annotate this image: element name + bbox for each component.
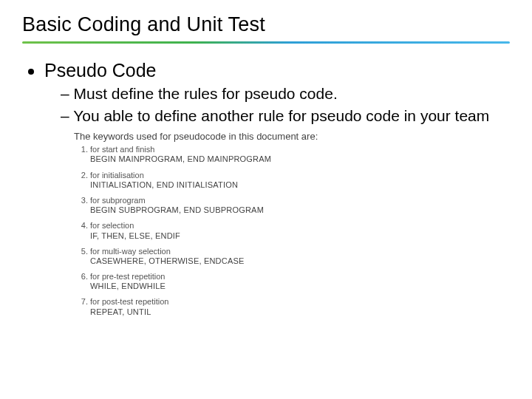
keyword-list: for start and finish BEGIN MAINPROGRAM, … xyxy=(74,145,488,317)
bullet-list: Pseudo Code Must define the rules for ps… xyxy=(31,60,510,125)
keyword-label: for selection xyxy=(90,221,488,231)
keyword-label: for initialisation xyxy=(90,171,488,180)
keyword-item: for subprogram BEGIN SUBPROGRAM, END SUB… xyxy=(90,196,488,215)
keyword-code: BEGIN SUBPROGRAM, END SUBPROGRAM xyxy=(90,205,488,215)
keyword-code: CASEWHERE, OTHERWISE, ENDCASE xyxy=(90,256,488,266)
doc-intro: The keywords used for pseudocode in this… xyxy=(74,131,488,142)
divider-bar xyxy=(22,41,510,44)
keyword-item: for start and finish BEGIN MAINPROGRAM, … xyxy=(90,145,488,164)
sub-bullet: Must define the rules for pseudo code. xyxy=(61,84,510,103)
keyword-label: for subprogram xyxy=(90,196,488,205)
keyword-item: for pre-test repetition WHILE, ENDWHILE xyxy=(90,272,488,291)
slide: Basic Coding and Unit Test Pseudo Code M… xyxy=(0,0,532,399)
keyword-label: for start and finish xyxy=(90,145,488,154)
keyword-code: WHILE, ENDWHILE xyxy=(90,282,488,291)
keyword-label: for pre-test repetition xyxy=(90,272,488,282)
keyword-item: for post-test repetition REPEAT, UNTIL xyxy=(90,297,488,316)
sub-bullet-list: Must define the rules for pseudo code. Y… xyxy=(61,84,510,125)
keyword-item: for initialisation INITIALISATION, END I… xyxy=(90,171,488,190)
divider-highlight xyxy=(22,41,510,41)
bullet-main: Pseudo Code Must define the rules for ps… xyxy=(44,60,510,125)
title-divider xyxy=(22,39,510,47)
keyword-code: IF, THEN, ELSE, ENDIF xyxy=(90,231,488,241)
keyword-label: for post-test repetition xyxy=(90,297,488,307)
keyword-label: for multi-way selection xyxy=(90,247,488,256)
bullet-main-text: Pseudo Code xyxy=(44,60,157,81)
page-title: Basic Coding and Unit Test xyxy=(22,13,510,36)
keyword-item: for selection IF, THEN, ELSE, ENDIF xyxy=(90,221,488,240)
sub-bullet: You able to define another rule for pseu… xyxy=(61,106,510,126)
keyword-item: for multi-way selection CASEWHERE, OTHER… xyxy=(90,247,488,266)
keyword-code: BEGIN MAINPROGRAM, END MAINPROGRAM xyxy=(90,154,488,164)
keyword-code: REPEAT, UNTIL xyxy=(90,307,488,317)
pseudocode-doc: The keywords used for pseudocode in this… xyxy=(74,131,488,317)
keyword-code: INITIALISATION, END INITIALISATION xyxy=(90,180,488,190)
